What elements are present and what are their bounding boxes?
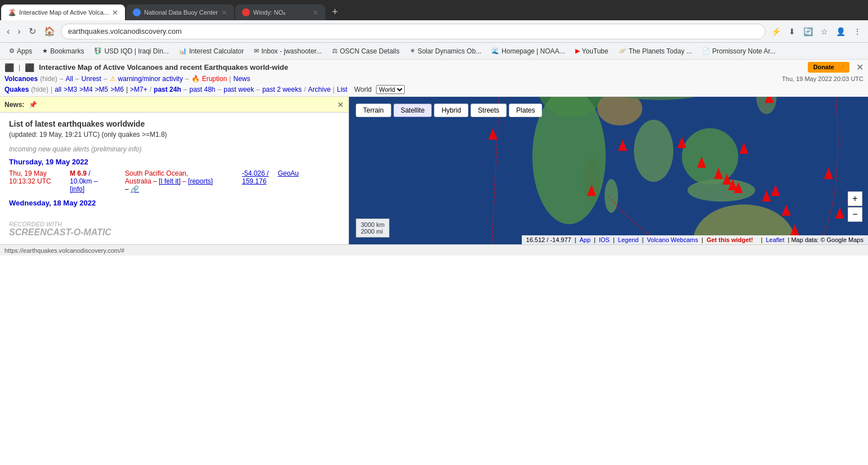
bookmark-button[interactable]: ☆: [818, 25, 830, 38]
bookmark-oscn[interactable]: ⚖ OSCN Case Details: [328, 46, 404, 56]
quake-geo-1[interactable]: GeoAu: [278, 169, 298, 177]
past-2weeks-link[interactable]: past 2 weeks: [262, 86, 302, 93]
eruption-link[interactable]: Eruption: [202, 75, 227, 83]
zoom-out-button[interactable]: −: [848, 207, 862, 222]
plates-button[interactable]: Plates: [509, 104, 542, 117]
address-bar[interactable]: earthquakes.volcanodiscovery.com: [61, 24, 766, 39]
bookmark-usd[interactable]: 💱 USD IQD | Iraqi Din...: [90, 46, 173, 56]
forward-button[interactable]: ›: [15, 24, 23, 39]
satellite-button[interactable]: Satellite: [393, 104, 432, 117]
main-content: News: 📌 ✕ List of latest earthquakes wor…: [0, 97, 868, 244]
quake-m7-link[interactable]: >M7+: [130, 86, 147, 93]
quake-loc-line3: – 🔗: [125, 185, 238, 193]
news-link[interactable]: News: [233, 75, 250, 83]
quake-loc-line1: South Pacific Ocean,: [125, 169, 238, 177]
streets-button[interactable]: Streets: [471, 104, 507, 117]
volcanoes-link[interactable]: Volcanoes: [5, 75, 38, 83]
tab-close-3[interactable]: ✕: [312, 8, 319, 17]
quakes-hide[interactable]: (hide): [31, 86, 48, 93]
quake-mag-info[interactable]: [info]: [70, 185, 120, 193]
quake-time-line1: Thu, 19 May: [9, 169, 65, 177]
status-url: https://earthquakes.volcanodiscovery.com…: [5, 247, 124, 254]
back-button[interactable]: ‹: [5, 24, 12, 39]
bookmark-promissory[interactable]: 📄 Promissory Note Ar...: [697, 46, 780, 56]
tab-favicon-1: 🌋: [8, 8, 16, 16]
app-link[interactable]: App: [580, 236, 591, 243]
pin-icon[interactable]: 📌: [29, 101, 37, 109]
tab-windy[interactable]: Windy: NO₂ ✕: [235, 5, 325, 20]
leaflet-link[interactable]: Leaflet: [766, 236, 784, 243]
sync-button[interactable]: 🔄: [801, 25, 815, 38]
map-container[interactable]: Terrain Satellite Hybrid Streets Plates: [349, 97, 868, 244]
bookmark-noaa[interactable]: 🌊 Homepage | NOAA...: [487, 46, 570, 56]
bookmark-bookmarks[interactable]: ★ Bookmarks: [38, 46, 88, 56]
menu-button[interactable]: ⋮: [851, 25, 863, 38]
promissory-label: Promissory Note Ar...: [712, 47, 776, 55]
tab-close-2[interactable]: ✕: [221, 8, 227, 17]
downloads-button[interactable]: ⬇: [786, 25, 798, 38]
reload-button[interactable]: ↻: [26, 24, 38, 39]
webcams-link[interactable]: Volcano Webcams: [647, 236, 698, 243]
page-header: ⬛ | ⬛ Interactive Map of Active Volcanoe…: [0, 60, 868, 97]
datetime-display: Thu, 19 May 2022 20:03 UTC: [782, 75, 863, 82]
watermark-area: RECORDED WITH SCREENCAST-O-MATIC: [0, 214, 348, 244]
tab-title-2: National Data Buoy Center: [144, 9, 218, 16]
quake-m6-link[interactable]: >M6: [110, 86, 124, 93]
warning-link[interactable]: warning/minor activity: [118, 75, 183, 83]
past-24h-link[interactable]: past 24h: [154, 86, 181, 93]
svg-point-11: [687, 179, 755, 202]
quake-mag-line1: M 6.9 /: [70, 169, 120, 177]
widget-link[interactable]: Get this widget!: [706, 236, 753, 243]
legend-link[interactable]: Legend: [618, 236, 639, 243]
past-48h-link[interactable]: past 48h: [189, 86, 215, 93]
youtube-label: YouTube: [582, 47, 609, 55]
bookmark-apps[interactable]: ⚙ Apps: [5, 46, 37, 56]
quake-m4-link[interactable]: >M4: [79, 86, 93, 93]
footer-sep-6: |: [761, 236, 763, 243]
quake-coords-1[interactable]: -54.026 /159.176: [242, 169, 269, 185]
list-link[interactable]: List: [337, 86, 347, 93]
home-button[interactable]: 🏠: [42, 24, 57, 39]
bookmark-solar[interactable]: ☀ Solar Dynamics Ob...: [405, 46, 486, 56]
tab-buoy[interactable]: National Data Buoy Center ✕: [126, 5, 234, 20]
watermark-line1: RECORDED WITH: [9, 221, 339, 227]
qnav-sep-2: /: [150, 86, 151, 93]
inbox-label: Inbox - jwashooter...: [261, 47, 321, 55]
bookmark-planets[interactable]: 🪐 The Planets Today ...: [614, 46, 697, 56]
zoom-in-button[interactable]: +: [848, 191, 862, 206]
ios-link[interactable]: IOS: [599, 236, 610, 243]
address-text: earthquakes.volcanodiscovery.com: [68, 27, 182, 35]
quake-m3-link[interactable]: >M3: [64, 86, 77, 93]
hybrid-button[interactable]: Hybrid: [434, 104, 468, 117]
world-dropdown[interactable]: World: [376, 85, 405, 94]
bookmark-youtube[interactable]: ▶ YouTube: [571, 46, 613, 56]
tab-close-1[interactable]: ✕: [112, 8, 118, 17]
close-page-button[interactable]: ✕: [856, 62, 863, 73]
bookmark-inbox[interactable]: ✉ Inbox - jwashooter...: [249, 46, 326, 56]
volcanoes-hide[interactable]: (hide): [40, 75, 57, 83]
tab-volcano[interactable]: 🌋 Interactive Map of Active Volca... ✕: [1, 5, 125, 20]
extensions-button[interactable]: ⚡: [769, 25, 783, 38]
qnav-sep-7: |: [333, 86, 334, 93]
archive-link[interactable]: Archive: [308, 86, 330, 93]
news-close-button[interactable]: ✕: [337, 100, 344, 109]
past-week-link[interactable]: past week: [223, 86, 254, 93]
qnav-sep-4: –: [218, 86, 222, 93]
new-tab-button[interactable]: +: [328, 4, 343, 20]
qnav-sep-1: |: [51, 86, 52, 93]
quake-all-link[interactable]: all: [55, 86, 61, 93]
page-title-bar: ⬛ | ⬛ Interactive Map of Active Volcanoe…: [5, 61, 863, 74]
page-divider-1: |: [19, 64, 20, 71]
apps-icon: ⚙: [9, 47, 15, 55]
terrain-button[interactable]: Terrain: [356, 104, 391, 117]
bookmark-interest[interactable]: 📊 Interest Calculator: [175, 46, 248, 56]
map-data-text: | Map data: © Google Maps: [788, 236, 863, 243]
all-volcanoes-link[interactable]: All: [66, 75, 73, 83]
quakes-link[interactable]: Quakes: [5, 86, 29, 93]
quake-m5-link[interactable]: >M5: [95, 86, 109, 93]
donate-button[interactable]: Donate 🧡: [808, 62, 849, 73]
interest-icon: 📊: [179, 47, 187, 55]
profile-button[interactable]: 👤: [834, 25, 848, 38]
unrest-link[interactable]: Unrest: [82, 75, 101, 83]
inbox-icon: ✉: [254, 47, 259, 55]
